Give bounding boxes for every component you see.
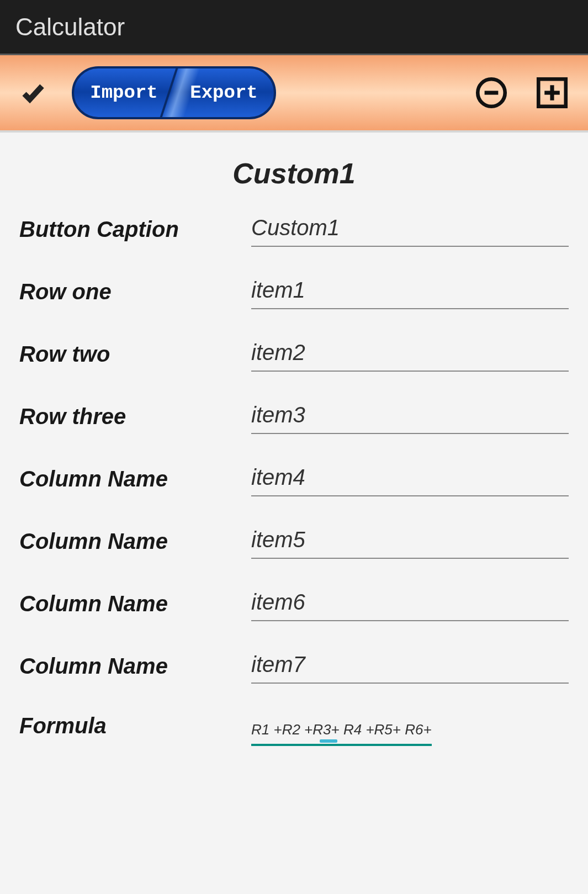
- toolbar: Import Export: [0, 55, 588, 133]
- form-row: Row two: [19, 337, 569, 372]
- add-button[interactable]: [533, 73, 571, 112]
- formula-input[interactable]: [251, 711, 432, 746]
- form-row: Column Name: [19, 649, 569, 684]
- field-label: Column Name: [19, 467, 251, 491]
- field-label: Row one: [19, 279, 251, 304]
- export-button[interactable]: Export: [174, 82, 274, 103]
- button-caption-input[interactable]: [251, 212, 569, 247]
- plus-square-icon: [534, 75, 570, 111]
- field-label: Row three: [19, 404, 251, 429]
- cursor-indicator: [320, 739, 337, 743]
- form-row: Button Caption: [19, 212, 569, 247]
- column-name-input[interactable]: [251, 586, 569, 621]
- field-label: Formula: [19, 711, 251, 738]
- form-row: Formula: [19, 711, 569, 746]
- form-row: Column Name: [19, 462, 569, 496]
- column-name-input[interactable]: [251, 649, 569, 684]
- row-two-input[interactable]: [251, 337, 569, 372]
- check-icon: [20, 80, 46, 106]
- form-row: Row three: [19, 399, 569, 434]
- column-name-input[interactable]: [251, 462, 569, 496]
- field-label: Column Name: [19, 529, 251, 554]
- import-button[interactable]: Import: [74, 82, 174, 103]
- app-bar: Calculator: [0, 0, 588, 55]
- field-label: Column Name: [19, 654, 251, 679]
- app-title: Calculator: [15, 13, 125, 41]
- field-label: Button Caption: [19, 217, 251, 242]
- remove-button[interactable]: [472, 73, 511, 112]
- import-export-toggle[interactable]: Import Export: [72, 66, 276, 119]
- column-name-input[interactable]: [251, 524, 569, 559]
- form-row: Column Name: [19, 586, 569, 621]
- minus-circle-icon: [473, 75, 510, 111]
- field-label: Column Name: [19, 591, 251, 616]
- form-row: Column Name: [19, 524, 569, 559]
- form-row: Row one: [19, 274, 569, 309]
- row-one-input[interactable]: [251, 274, 569, 309]
- field-label: Row two: [19, 342, 251, 367]
- content: Custom1 Button Caption Row one Row two R…: [0, 133, 588, 763]
- confirm-button[interactable]: [17, 76, 50, 109]
- row-three-input[interactable]: [251, 399, 569, 434]
- page-title: Custom1: [19, 157, 569, 190]
